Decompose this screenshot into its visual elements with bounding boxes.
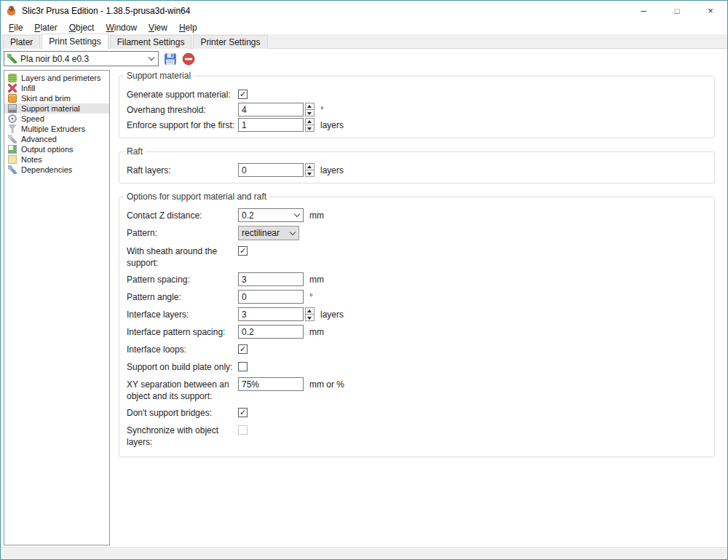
settings-tree: Layers and perimetersInfillSkirt and bri… xyxy=(4,70,110,545)
row-with-sheath-around-the-support: With sheath around the support: xyxy=(127,244,707,269)
interface-layers-spin-down-icon[interactable] xyxy=(305,314,314,321)
pattern-combo[interactable]: rectilinear xyxy=(238,226,299,240)
preset-select[interactable]: Pla noir b0.4 e0.3 xyxy=(4,51,159,66)
label-raft-layers: Raft layers: xyxy=(127,163,238,177)
row-enforce-support-for-the-first: Enforce support for the first:layers xyxy=(127,118,707,132)
tab-print-settings[interactable]: Print Settings xyxy=(41,33,108,49)
xy-separation-between-an-object-and-its-support-input[interactable] xyxy=(238,377,304,391)
sidebar-item-label: Speed xyxy=(21,114,44,123)
label-pattern-spacing: Pattern spacing: xyxy=(127,272,238,286)
interface-layers-input[interactable] xyxy=(238,307,304,321)
menu-bar: FilePlaterObjectWindowViewHelp xyxy=(1,20,727,34)
pattern-angle-input[interactable] xyxy=(238,290,304,304)
content-area: Layers and perimetersInfillSkirt and bri… xyxy=(1,68,727,547)
section-raft: RaftRaft layers:layers xyxy=(119,151,715,184)
enforce-support-for-the-first-input[interactable] xyxy=(238,118,304,132)
speed-icon xyxy=(8,114,17,123)
interface-pattern-spacing-unit: mm xyxy=(309,325,324,337)
interface-loops-checkbox[interactable] xyxy=(238,344,248,354)
sidebar-item-multiple-extruders[interactable]: Multiple Extruders xyxy=(4,124,109,134)
sidebar-item-label: Layers and perimeters xyxy=(21,74,100,82)
enforce-support-for-the-first-spin-down-icon[interactable] xyxy=(305,125,314,132)
minimize-button[interactable]: – xyxy=(627,1,660,20)
contact-z-distance-combo-value: 0.2 xyxy=(242,210,254,221)
enforce-support-for-the-first-spin-up-icon[interactable] xyxy=(305,118,314,125)
save-preset-button[interactable] xyxy=(164,52,177,66)
label-pattern: Pattern: xyxy=(127,226,238,240)
sidebar-item-support-material[interactable]: Support material xyxy=(4,103,109,114)
infill-icon xyxy=(8,84,17,92)
overhang-threshold-spin-down-icon[interactable] xyxy=(305,109,314,117)
delete-preset-button[interactable] xyxy=(182,52,195,66)
dependencies-icon xyxy=(8,165,17,174)
maximize-button[interactable]: □ xyxy=(660,1,694,20)
sidebar-item-skirt-and-brim[interactable]: Skirt and brim xyxy=(4,93,109,103)
title-bar: Slic3r Prusa Edition - 1.38.5-prusa3d-wi… xyxy=(1,1,727,20)
sidebar-item-label: Multiple Extruders xyxy=(21,125,85,133)
menu-plater[interactable]: Plater xyxy=(28,22,63,33)
sidebar-item-layers-and-perimeters[interactable]: Layers and perimeters xyxy=(4,73,109,83)
label-interface-loops: Interface loops: xyxy=(127,342,238,356)
pattern-spacing-input[interactable] xyxy=(238,272,304,286)
sidebar-item-dependencies[interactable]: Dependencies xyxy=(4,165,109,175)
interface-layers-spinner xyxy=(305,307,314,321)
extruders-icon xyxy=(8,125,17,133)
row-interface-layers: Interface layers:layers xyxy=(127,307,707,321)
raft-layers-spin-up-icon[interactable] xyxy=(305,163,314,170)
support-on-build-plate-only-checkbox[interactable] xyxy=(238,362,248,371)
tab-bar: PlaterPrint SettingsFilament SettingsPri… xyxy=(1,34,727,49)
sidebar-item-label: Skirt and brim xyxy=(21,94,71,103)
wrench-icon xyxy=(7,54,17,63)
save-preset-icon xyxy=(164,52,177,66)
interface-pattern-spacing-input[interactable] xyxy=(238,325,304,339)
window-title: Slic3r Prusa Edition - 1.38.5-prusa3d-wi… xyxy=(22,6,190,16)
skirt-icon xyxy=(8,94,17,103)
raft-layers-spin-down-icon[interactable] xyxy=(305,170,314,177)
raft-layers-input[interactable] xyxy=(238,163,304,177)
status-bar xyxy=(1,547,727,559)
menu-file[interactable]: File xyxy=(3,22,28,33)
delete-preset-icon xyxy=(182,52,195,66)
label-synchronize-with-object-layers: Synchronize with object layers: xyxy=(127,423,238,448)
section-title: Support material xyxy=(124,71,194,81)
with-sheath-around-the-support-checkbox[interactable] xyxy=(238,246,248,256)
interface-layers-spin-up-icon[interactable] xyxy=(305,307,314,314)
close-button[interactable]: × xyxy=(694,1,727,20)
section-title: Options for support material and raft xyxy=(124,192,269,202)
contact-z-distance-combo[interactable]: 0.2 xyxy=(238,208,304,222)
label-generate-support-material: Generate support material: xyxy=(127,87,238,101)
tab-printer-settings[interactable]: Printer Settings xyxy=(193,35,267,49)
xy-separation-between-an-object-and-its-support-unit: mm or % xyxy=(309,377,344,390)
sidebar-item-output-options[interactable]: Output options xyxy=(4,144,109,154)
overhang-threshold-input[interactable] xyxy=(238,103,304,117)
menu-window[interactable]: Window xyxy=(100,22,143,33)
generate-support-material-checkbox[interactable] xyxy=(238,90,248,99)
label-interface-pattern-spacing: Interface pattern spacing: xyxy=(127,325,238,339)
row-overhang-threshold: Overhang threshold:° xyxy=(127,103,707,117)
sidebar-item-advanced[interactable]: Advanced xyxy=(4,134,109,144)
don-t-support-bridges-checkbox[interactable] xyxy=(238,408,248,417)
section-support-material: Support materialGenerate support materia… xyxy=(119,76,715,138)
section-options-for-support-material-and-raft: Options for support material and raftCon… xyxy=(119,197,715,457)
sidebar-item-speed[interactable]: Speed xyxy=(4,114,109,124)
section-title: Raft xyxy=(124,146,146,157)
interface-layers-unit: layers xyxy=(320,307,344,320)
sidebar-item-notes[interactable]: Notes xyxy=(4,154,109,165)
app-window: Slic3r Prusa Edition - 1.38.5-prusa3d-wi… xyxy=(0,0,728,560)
menu-view[interactable]: View xyxy=(143,22,173,33)
preset-toolbar: Pla noir b0.4 e0.3 xyxy=(1,49,727,68)
overhang-threshold-spin-up-icon[interactable] xyxy=(305,103,314,109)
menu-help[interactable]: Help xyxy=(173,22,203,33)
enforce-support-for-the-first-spinner xyxy=(305,118,314,132)
pattern-combo-value: rectilinear xyxy=(242,228,280,238)
preset-value: Pla noir b0.4 e0.3 xyxy=(20,54,146,64)
tab-plater[interactable]: Plater xyxy=(3,35,40,49)
label-overhang-threshold: Overhang threshold: xyxy=(127,103,238,117)
synchronize-with-object-layers-checkbox xyxy=(238,425,248,435)
sidebar-item-infill[interactable]: Infill xyxy=(4,83,109,93)
tab-filament-settings[interactable]: Filament Settings xyxy=(110,35,192,49)
support-icon xyxy=(8,104,17,113)
menu-object[interactable]: Object xyxy=(63,22,100,33)
contact-z-distance-unit: mm xyxy=(309,208,324,221)
label-with-sheath-around-the-support: With sheath around the support: xyxy=(127,244,238,269)
